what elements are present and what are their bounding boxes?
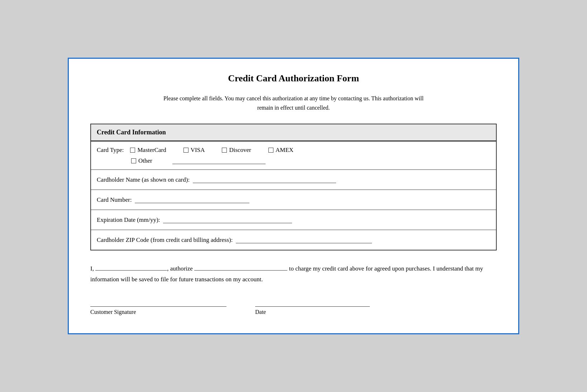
card-type-row: Card Type: MasterCard VISA Discover	[91, 141, 496, 169]
zip-code-row: Cardholder ZIP Code (from credit card bi…	[91, 230, 496, 250]
discover-option[interactable]: Discover	[222, 147, 251, 154]
section-header: Credit Card Information	[91, 124, 496, 141]
discover-checkbox[interactable]	[222, 148, 227, 153]
other-option[interactable]: Other	[131, 157, 152, 164]
card-number-label: Card Number:	[97, 196, 135, 204]
card-number-row: Card Number:	[91, 190, 496, 210]
credit-card-info-table: Credit Card Information Card Type: Maste…	[90, 124, 497, 250]
other-checkbox[interactable]	[131, 158, 136, 163]
cardholder-name-label: Cardholder Name (as shown on card):	[97, 176, 193, 183]
cardholder-name-line	[193, 177, 336, 183]
date-line	[255, 306, 370, 307]
card-type-label: Card Type:	[97, 147, 124, 154]
form-title: Credit Card Authorization Form	[90, 73, 497, 84]
date-label: Date	[255, 309, 370, 315]
form-subtitle: Please complete all fields. You may canc…	[90, 94, 497, 112]
zip-code-label: Cardholder ZIP Code (from credit card bi…	[97, 236, 236, 244]
signature-line	[90, 306, 226, 307]
auth-company-line	[194, 264, 287, 271]
signature-section: Customer Signature Date	[90, 306, 497, 315]
amex-option[interactable]: AMEX	[268, 147, 294, 154]
mastercard-option[interactable]: MasterCard	[130, 147, 166, 154]
customer-signature-field: Customer Signature	[90, 306, 226, 315]
auth-name-line	[95, 264, 167, 271]
cardholder-name-row: Cardholder Name (as shown on card):	[91, 169, 496, 190]
expiration-date-line	[163, 217, 292, 223]
amex-checkbox[interactable]	[268, 148, 273, 153]
card-number-line	[135, 197, 249, 203]
authorization-text: I, , authorize to charge my credit card …	[90, 263, 497, 285]
mastercard-checkbox[interactable]	[130, 148, 135, 153]
expiration-date-row: Expiration Date (mm/yy):	[91, 210, 496, 230]
zip-code-line	[236, 237, 372, 243]
visa-option[interactable]: VISA	[183, 147, 205, 154]
signature-label: Customer Signature	[90, 309, 226, 315]
expiration-date-label: Expiration Date (mm/yy):	[97, 216, 163, 224]
date-field: Date	[255, 306, 370, 315]
other-text-line	[172, 158, 266, 164]
form-container: Credit Card Authorization Form Please co…	[68, 58, 519, 334]
visa-checkbox[interactable]	[183, 148, 188, 153]
